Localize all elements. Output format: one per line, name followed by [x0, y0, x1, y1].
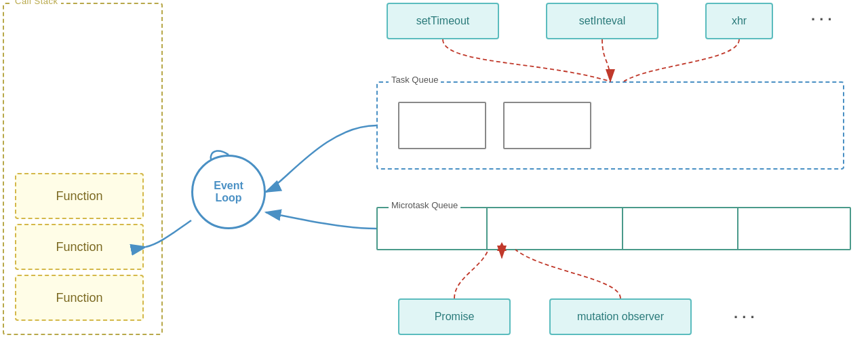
task-queue-label: Task Queue [389, 75, 441, 85]
api-xhr-box: xhr [705, 3, 773, 39]
api-promise-box: Promise [398, 298, 511, 335]
microtask-divider-3 [737, 208, 738, 249]
task-item-2 [503, 102, 591, 149]
diagram-container: Call Stack Function Function Function Ev… [0, 0, 868, 350]
microtask-divider-2 [622, 208, 623, 249]
function-box-1: Function [15, 173, 144, 219]
api-mutation-observer-box: mutation observer [549, 298, 692, 335]
task-queue-box: Task Queue [376, 81, 844, 170]
microtask-queue-box: Microtask Queue [376, 207, 851, 250]
call-stack-label: Call Stack [12, 0, 61, 6]
ellipsis-bottom: · · · [734, 309, 755, 326]
api-settimeout-box: setTimeout [387, 3, 499, 39]
api-setinterval-box: setInteval [546, 3, 658, 39]
ellipsis-top: · · · [811, 11, 832, 28]
task-item-1 [398, 102, 486, 149]
event-loop-circle: Event Loop [191, 155, 266, 229]
function-box-3: Function [15, 275, 144, 321]
microtask-divider-1 [486, 208, 488, 249]
function-box-2: Function [15, 224, 144, 270]
microtask-queue-label: Microtask Queue [389, 200, 460, 210]
